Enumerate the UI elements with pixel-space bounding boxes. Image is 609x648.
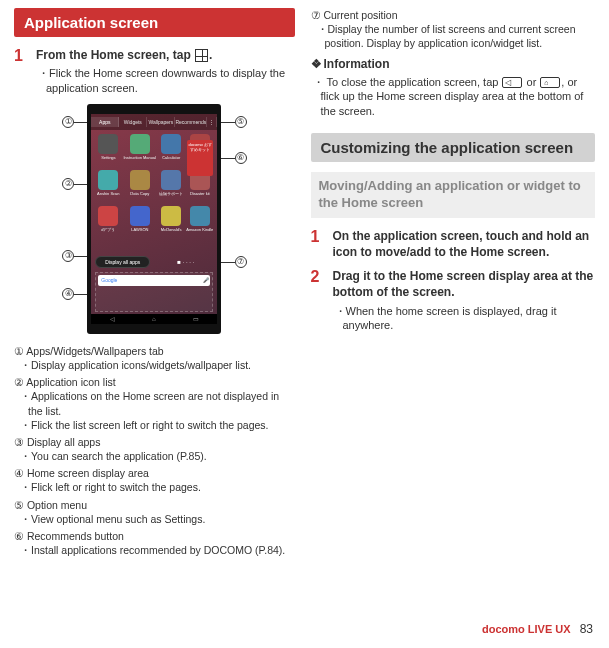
app-icon: Anshin Scan xyxy=(95,170,121,204)
app-icon-image xyxy=(161,206,181,226)
display-all-apps-button: Display all apps xyxy=(95,256,150,268)
app-icon-image xyxy=(130,170,150,190)
item-7-title: Current position xyxy=(311,9,398,21)
app-icon-image xyxy=(98,206,118,226)
step-number: 2 xyxy=(311,268,333,333)
info-text-a: To close the application screen, tap xyxy=(327,76,502,88)
app-icon: Data Copy xyxy=(123,170,156,204)
right-step-2: 2 Drag it to the Home screen display are… xyxy=(311,268,596,333)
callout-item-sub: Flick left or right to switch the pages. xyxy=(14,480,295,494)
callout-item-sub: Flick the list screen left or right to s… xyxy=(14,418,295,432)
recommends-pill: docomo おすすめキット xyxy=(187,140,213,176)
page-footer: docomo LIVE UX 83 xyxy=(482,622,593,636)
item-7: Current position Display the number of l… xyxy=(311,8,596,51)
phone-tabs: Apps Widgets Wallpapers Recommends ⋮ xyxy=(91,114,217,130)
home-display-area: Google 🎤 xyxy=(95,272,213,312)
app-icon: Settings xyxy=(95,134,121,168)
callout-item: Recommends buttonInstall applications re… xyxy=(14,529,295,557)
app-icon-label: McDonald's xyxy=(158,227,184,232)
callout-3: ③ xyxy=(62,250,74,262)
app-icon: 遠隔サポート xyxy=(158,170,184,204)
tab-menu-icon: ⋮ xyxy=(207,117,217,127)
nav-home-icon: ⌂ xyxy=(152,316,156,322)
callout-item-sub: You can search the application (P.85). xyxy=(14,449,295,463)
app-icon-image xyxy=(190,206,210,226)
home-key-icon: ⌂ xyxy=(540,77,560,88)
item-7-sub: Display the number of list screens and c… xyxy=(311,22,596,50)
callout-4: ④ xyxy=(62,288,74,300)
app-icon-label: Instruction Manual xyxy=(123,155,156,160)
step-title: From the Home screen, tap . xyxy=(36,47,295,63)
section-header-customizing: Customizing the application screen xyxy=(311,133,596,162)
callout-item-title: Option menu xyxy=(14,499,87,511)
app-icon-label: dアプリ xyxy=(95,227,121,232)
app-icon-image xyxy=(161,170,181,190)
app-icon-image xyxy=(98,134,118,154)
callout-item: Application icon listApplications on the… xyxy=(14,375,295,432)
callout-item-sub: Applications on the Home screen are not … xyxy=(14,389,295,417)
callout-item-title: Display all apps xyxy=(14,436,100,448)
step-subtext: Flick the Home screen downwards to displ… xyxy=(36,66,295,96)
google-logo-text: Google xyxy=(101,277,117,283)
callout-7: ⑦ xyxy=(235,256,247,268)
app-icon-label: Anshin Scan xyxy=(95,191,121,196)
app-icon: LAWSON xyxy=(123,206,156,240)
callout-item-sub: Display application icons/widgets/wallpa… xyxy=(14,358,295,372)
app-icon-label: Amazon Kindle xyxy=(186,227,213,232)
tab-wallpapers: Wallpapers xyxy=(147,117,175,127)
back-key-icon: ◁ xyxy=(502,77,522,88)
callout-2: ② xyxy=(62,178,74,190)
section-header-application-screen: Application screen xyxy=(14,8,295,37)
callout-item-title: Apps/Widgets/Wallpapers tab xyxy=(14,345,164,357)
app-icon-label: 遠隔サポート xyxy=(158,191,184,196)
callout-6: ⑥ xyxy=(235,152,247,164)
callout-item: Option menuView optional menu such as Se… xyxy=(14,498,295,526)
callout-item: Home screen display areaFlick left or ri… xyxy=(14,466,295,494)
information-heading: Information xyxy=(311,57,596,71)
step-number: 1 xyxy=(311,228,333,260)
tab-widgets: Widgets xyxy=(119,117,147,127)
callout-item: Display all appsYou can search the appli… xyxy=(14,435,295,463)
app-icon: dアプリ xyxy=(95,206,121,240)
information-text: To close the application screen, tap ◁ o… xyxy=(311,75,596,120)
phone-screen: Apps Widgets Wallpapers Recommends ⋮ Set… xyxy=(91,114,217,324)
tab-apps: Apps xyxy=(91,117,119,127)
google-search-bar: Google 🎤 xyxy=(98,275,210,286)
callout-descriptions: Apps/Widgets/Wallpapers tabDisplay appli… xyxy=(14,344,295,557)
app-icon: McDonald's xyxy=(158,206,184,240)
app-icon-label: Data Copy xyxy=(123,191,156,196)
app-icon-label: LAWSON xyxy=(123,227,156,232)
callout-1: ① xyxy=(62,116,74,128)
subsection-moving-adding: Moving/Adding an application or widget t… xyxy=(311,172,596,218)
callout-5: ⑤ xyxy=(235,116,247,128)
app-icon: Instruction Manual xyxy=(123,134,156,168)
nav-back-icon: ◁ xyxy=(110,315,115,322)
step-title: On the application screen, touch and hol… xyxy=(333,228,596,260)
step-subtext: When the home screen is displayed, drag … xyxy=(333,304,596,334)
phone-navbar: ◁ ⌂ ▭ xyxy=(91,314,217,324)
app-icon-label: Disaster kit xyxy=(186,191,213,196)
app-icon-label: Settings xyxy=(95,155,121,160)
app-icon-label: Calculator xyxy=(158,155,184,160)
step-title-text-b: . xyxy=(209,48,212,62)
app-icon-image xyxy=(161,134,181,154)
tab-recommends: Recommends xyxy=(175,117,207,127)
app-icon-image xyxy=(130,206,150,226)
callout-item: Apps/Widgets/Wallpapers tabDisplay appli… xyxy=(14,344,295,372)
step-1: 1 From the Home screen, tap . Flick the … xyxy=(14,47,295,96)
step-number: 1 xyxy=(14,47,36,96)
mic-icon: 🎤 xyxy=(203,277,207,283)
app-icon: Amazon Kindle xyxy=(186,206,213,240)
position-indicator: ■ · · · · xyxy=(154,259,217,265)
info-text-b: or xyxy=(523,76,539,88)
step-title-text-a: From the Home screen, tap xyxy=(36,48,194,62)
footer-brand: docomo LIVE UX xyxy=(482,623,571,635)
step-title: Drag it to the Home screen display area … xyxy=(333,268,596,300)
callout-item-title: Recommends button xyxy=(14,530,124,542)
callout-item-title: Home screen display area xyxy=(14,467,149,479)
app-icon-image xyxy=(98,170,118,190)
right-step-1: 1 On the application screen, touch and h… xyxy=(311,228,596,260)
apps-grid-icon xyxy=(195,49,208,62)
callout-item-title: Application icon list xyxy=(14,376,116,388)
footer-page-number: 83 xyxy=(580,622,593,636)
